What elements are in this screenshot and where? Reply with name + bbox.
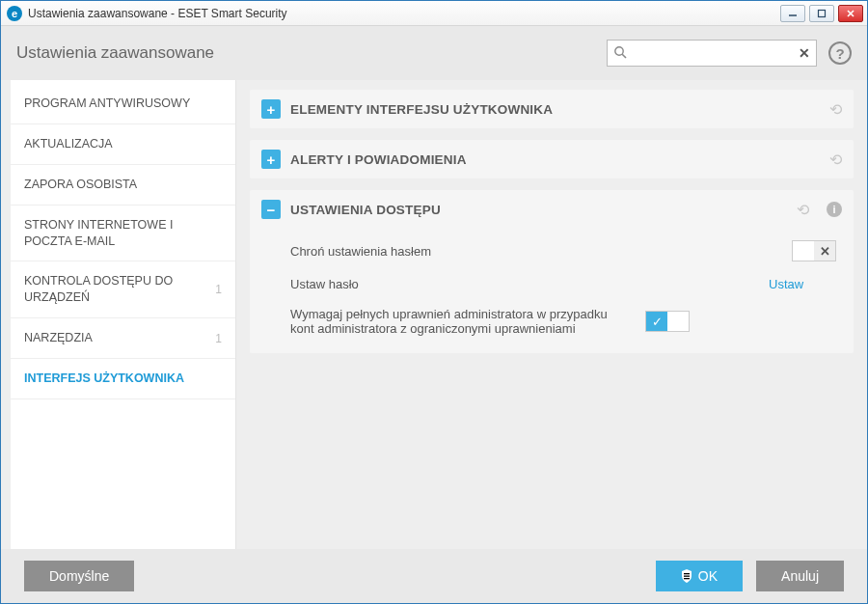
search-box[interactable]: ✕ (607, 40, 817, 67)
titlebar: e Ustawienia zaawansowane - ESET Smart S… (1, 1, 867, 26)
search-clear-icon[interactable]: ✕ (799, 45, 810, 61)
help-button[interactable]: ? (828, 41, 852, 65)
minimize-button[interactable] (780, 5, 805, 22)
toggle-off-state (793, 241, 814, 261)
svg-rect-8 (684, 578, 690, 579)
sidebar-item-label: INTERFEJS UŻYTKOWNIKA (24, 371, 184, 385)
search-icon (613, 45, 627, 62)
toggle-check-icon: ✓ (646, 312, 667, 331)
panel-title: USTAWIENIA DOSTĘPU (290, 203, 787, 217)
ok-button[interactable]: OK (656, 561, 743, 591)
close-button[interactable] (838, 5, 863, 22)
svg-point-4 (615, 46, 623, 54)
info-icon[interactable]: i (827, 202, 842, 217)
expand-icon: + (261, 150, 281, 169)
panel-alerts: + ALERTY I POWIADOMIENIA ⟲ (250, 140, 854, 178)
reset-icon[interactable]: ⟲ (829, 100, 842, 119)
expand-icon: + (261, 99, 281, 119)
svg-rect-6 (684, 573, 690, 574)
sidebar-item-label: KONTROLA DOSTĘPU DO URZĄDZEŃ (24, 274, 173, 304)
close-icon (846, 9, 855, 18)
header: Ustawienia zaawansowane ✕ ? (1, 26, 867, 80)
panel-access-body: Chroń ustawienia hasłem ✕ Ustaw hasło Us… (250, 229, 854, 353)
panel-title: ELEMENTY INTERFEJSU UŻYTKOWNIKA (290, 102, 820, 117)
sidebar-item-antivirus[interactable]: PROGRAM ANTYWIRUSOWY (11, 84, 235, 124)
window-title: Ustawienia zaawansowane - ESET Smart Sec… (28, 7, 780, 20)
svg-rect-1 (819, 10, 826, 16)
panel-title: ALERTY I POWIADOMIENIA (290, 152, 820, 167)
body: PROGRAM ANTYWIRUSOWY AKTUALIZACJA ZAPORA… (1, 80, 867, 549)
ok-button-label: OK (698, 568, 718, 584)
sidebar-item-badge: 1 (215, 330, 222, 345)
panel-ui-elements: + ELEMENTY INTERFEJSU UŻYTKOWNIKA ⟲ (250, 90, 854, 128)
row-protect-password: Chroń ustawienia hasłem ✕ (250, 233, 854, 269)
page-title: Ustawienia zaawansowane (16, 43, 595, 63)
shield-icon (681, 569, 692, 583)
collapse-icon: − (261, 200, 281, 219)
row-require-admin: Wymagaj pełnych uprawnień administratora… (250, 299, 854, 343)
sidebar-item-tools[interactable]: NARZĘDZIA 1 (11, 318, 235, 359)
cancel-button-label: Anuluj (781, 568, 819, 584)
minimize-icon (788, 10, 798, 17)
sidebar: PROGRAM ANTYWIRUSOWY AKTUALIZACJA ZAPORA… (11, 80, 236, 549)
sidebar-item-label: AKTUALIZACJA (24, 137, 113, 151)
window: e Ustawienia zaawansowane - ESET Smart S… (0, 0, 868, 604)
toggle-on-state (667, 312, 689, 331)
sidebar-item-firewall[interactable]: ZAPORA OSOBISTA (11, 165, 235, 206)
row-set-password: Ustaw hasło Ustaw (250, 269, 854, 299)
panel-ui-elements-header[interactable]: + ELEMENTY INTERFEJSU UŻYTKOWNIKA ⟲ (250, 90, 854, 128)
panel-alerts-header[interactable]: + ALERTY I POWIADOMIENIA ⟲ (250, 140, 854, 178)
toggle-x-icon: ✕ (814, 241, 835, 261)
row-label: Chroń ustawienia hasłem (290, 244, 755, 259)
svg-line-5 (622, 54, 626, 58)
sidebar-item-badge: 1 (215, 282, 222, 297)
window-buttons (780, 5, 863, 22)
sidebar-item-web-email[interactable]: STRONY INTERNETOWE I POCZTA E-MAIL (11, 206, 235, 262)
sidebar-item-label: NARZĘDZIA (24, 331, 93, 344)
sidebar-item-device-control[interactable]: KONTROLA DOSTĘPU DO URZĄDZEŃ 1 (11, 261, 235, 318)
main: + ELEMENTY INTERFEJSU UŻYTKOWNIKA ⟲ + AL… (236, 80, 867, 549)
sidebar-item-label: ZAPORA OSOBISTA (24, 178, 137, 191)
app-icon: e (7, 6, 22, 21)
sidebar-item-label: PROGRAM ANTYWIRUSOWY (24, 96, 190, 110)
cancel-button[interactable]: Anuluj (756, 561, 844, 591)
maximize-button[interactable] (809, 5, 834, 22)
reset-icon[interactable]: ⟲ (829, 151, 842, 169)
sidebar-item-label: STRONY INTERNETOWE I POCZTA E-MAIL (24, 218, 173, 248)
row-label: Ustaw hasło (290, 277, 755, 291)
default-button-label: Domyślne (49, 568, 109, 584)
toggle-protect-password[interactable]: ✕ (792, 240, 836, 261)
panel-access: − USTAWIENIA DOSTĘPU ⟲ i Chroń ustawieni… (250, 190, 854, 353)
sidebar-item-update[interactable]: AKTUALIZACJA (11, 124, 235, 165)
default-button[interactable]: Domyślne (24, 561, 134, 591)
svg-rect-7 (684, 576, 690, 577)
row-label: Wymagaj pełnych uprawnień administratora… (290, 307, 609, 336)
maximize-icon (817, 9, 827, 18)
sidebar-item-user-interface[interactable]: INTERFEJS UŻYTKOWNIKA (11, 359, 235, 399)
reset-icon[interactable]: ⟲ (797, 201, 809, 219)
search-input[interactable] (631, 46, 799, 61)
panel-access-header[interactable]: − USTAWIENIA DOSTĘPU ⟲ i (250, 190, 854, 229)
toggle-require-admin[interactable]: ✓ (645, 311, 690, 332)
footer: Domyślne OK Anuluj (1, 549, 867, 603)
link-set-password[interactable]: Ustaw (769, 277, 803, 291)
